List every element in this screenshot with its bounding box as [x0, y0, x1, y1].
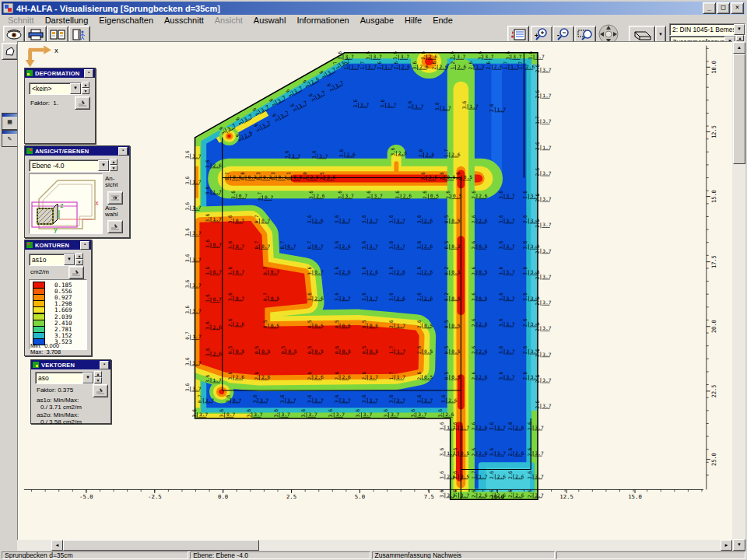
menu-item-hilfe[interactable]: Hilfe: [400, 16, 426, 25]
svg-text:2.6: 2.6: [429, 175, 438, 180]
menu-item-auswahl[interactable]: Auswahl: [249, 16, 291, 25]
menu-item-ende[interactable]: Ende: [428, 16, 458, 25]
deformation-panel-titlebar[interactable]: DEFORMATION ▪: [25, 68, 95, 78]
svg-text:2.6: 2.6: [422, 191, 427, 199]
auswahl-button[interactable]: [107, 220, 123, 233]
maximize-button[interactable]: □: [717, 2, 730, 14]
zoom-in-button[interactable]: +: [531, 26, 552, 43]
svg-text:3.7: 3.7: [360, 102, 370, 107]
svg-text:2.6: 2.6: [393, 61, 398, 70]
svg-text:1.7: 1.7: [503, 61, 508, 70]
ebene-spinner[interactable]: ▲▼: [110, 159, 117, 171]
report-book-button[interactable]: [47, 26, 68, 43]
svg-text:0.5: 0.5: [451, 348, 461, 354]
scroll-left-icon[interactable]: ◄: [51, 540, 63, 551]
minimize-button[interactable]: _: [703, 2, 716, 14]
konturen-spinner[interactable]: ▲▼: [75, 253, 83, 265]
plan-preview[interactable]: z y x: [29, 173, 103, 234]
svg-text:2.6: 2.6: [494, 64, 503, 69]
svg-text:1.7: 1.7: [397, 348, 406, 354]
panel-collapse-icon[interactable]: ▪: [84, 69, 93, 78]
panel-collapse-icon[interactable]: ▪: [118, 147, 128, 156]
svg-text:2.6: 2.6: [522, 318, 528, 327]
menu-item-ausgabe[interactable]: Ausgabe: [356, 16, 398, 25]
svg-text:2.6: 2.6: [314, 296, 324, 301]
print-button[interactable]: [25, 26, 47, 43]
perspective-button[interactable]: [629, 26, 655, 43]
ebene-combo[interactable]: Ebene -4.0 ▼: [29, 159, 110, 172]
clip-polygon-button[interactable]: [2, 43, 18, 60]
vektoren-panel-titlebar[interactable]: VEKTOREN ▪: [31, 360, 110, 369]
design-combo[interactable]: 2: DIN 1045-1 Bemessung ▼: [669, 23, 745, 36]
svg-text:2.6: 2.6: [471, 447, 476, 456]
deformation-combo[interactable]: <kein> ▼: [29, 82, 82, 95]
svg-text:3.6: 3.6: [184, 202, 190, 211]
svg-text:0.5: 0.5: [271, 323, 280, 328]
drawing-canvas[interactable]: x: [17, 41, 732, 540]
svg-text:2.6: 2.6: [471, 292, 476, 301]
arrow-transfer-icon: [110, 194, 120, 201]
svg-text:2.6: 2.6: [397, 296, 406, 301]
svg-text:10.0: 10.0: [710, 61, 717, 74]
scroll-down-icon[interactable]: ▼: [733, 539, 745, 551]
minimized-panel-schnitt[interactable]: ▦: [2, 113, 18, 130]
title-bar[interactable]: 4H-ALFA - Visualisierung [Sprungbecken d…: [2, 2, 745, 15]
konturen-edit-button[interactable]: [68, 266, 84, 279]
svg-text:3.6: 3.6: [388, 240, 394, 249]
menu-item-eigenschaften[interactable]: Eigenschaften: [94, 16, 158, 25]
panel-collapse-icon[interactable]: ▪: [100, 361, 109, 369]
konturen-combo[interactable]: as1o ▼: [29, 254, 75, 266]
svg-text:1.7: 1.7: [542, 145, 552, 150]
deformation-combo-arrow-icon[interactable]: ▼: [70, 83, 81, 94]
panel-collapse-icon[interactable]: ▪: [80, 241, 89, 250]
svg-text:0.1: 0.1: [285, 172, 290, 180]
vertical-scrollbar[interactable]: ▲ ▼: [732, 41, 745, 551]
exit-button[interactable]: [68, 26, 90, 43]
horizontal-scrollbar[interactable]: ◄ ►: [17, 540, 732, 551]
menu-item-darstellung[interactable]: Darstellung: [40, 16, 93, 25]
vektoren-combo-arrow-icon[interactable]: ▼: [82, 373, 93, 383]
vertical-scroll-thumb[interactable]: [733, 54, 745, 164]
svg-text:0.7: 0.7: [236, 218, 245, 223]
svg-text:2.6: 2.6: [527, 447, 532, 456]
vektoren-edit-button[interactable]: [93, 384, 108, 397]
konturen-combo-arrow-icon[interactable]: ▼: [64, 254, 75, 265]
vektoren-spinner[interactable]: ▲▼: [94, 371, 102, 383]
scroll-up-icon[interactable]: ▲: [733, 42, 745, 54]
polygon-icon: [5, 47, 15, 57]
svg-text:2.6: 2.6: [535, 245, 540, 254]
svg-text:0.5: 0.5: [453, 194, 462, 199]
deformation-edit-button[interactable]: [75, 96, 90, 110]
svg-text:3.6: 3.6: [184, 150, 190, 159]
zoom-window-button[interactable]: [574, 26, 596, 43]
zoom-out-button[interactable]: -: [552, 26, 574, 43]
scroll-right-icon[interactable]: ►: [721, 540, 732, 551]
ansicht-apply-button[interactable]: [107, 191, 123, 205]
as1o-minmax-label: as1o: Min/Max:: [37, 397, 79, 404]
svg-text:2.6: 2.6: [535, 348, 540, 357]
view-eye-button[interactable]: [3, 26, 25, 43]
display-options-button[interactable]: [507, 26, 529, 43]
konturen-panel-titlebar[interactable]: KONTUREN ▪: [25, 240, 91, 250]
minimized-panel-werkzeug[interactable]: ✎: [2, 130, 18, 147]
menu-item-informationen[interactable]: Informationen: [292, 16, 353, 25]
horizontal-scroll-thumb[interactable]: [63, 540, 259, 551]
design-combo-arrow-icon[interactable]: ▼: [734, 24, 745, 35]
menu-item-ausschnitt[interactable]: Ausschnitt: [160, 16, 209, 25]
ebene-combo-arrow-icon[interactable]: ▼: [98, 160, 109, 171]
ansicht-panel-titlebar[interactable]: ANSICHT/EBENEN ▪: [25, 146, 129, 156]
svg-text:+: +: [535, 32, 538, 39]
close-button[interactable]: ×: [731, 2, 744, 14]
svg-text:3.7: 3.7: [535, 425, 545, 430]
svg-text:2.6: 2.6: [402, 64, 411, 69]
svg-text:1.7: 1.7: [359, 61, 365, 70]
svg-text:2.6: 2.6: [334, 372, 339, 380]
svg-text:3.7: 3.7: [345, 194, 354, 199]
perspective-dropdown-button[interactable]: ▼: [655, 26, 666, 43]
deformation-spinner[interactable]: ▲▼: [82, 82, 89, 94]
svg-text:0.5: 0.5: [293, 175, 303, 180]
svg-text:0.7: 0.7: [265, 194, 274, 200]
svg-text:3.6: 3.6: [184, 254, 190, 262]
svg-text:3.7: 3.7: [374, 194, 384, 199]
vektoren-combo[interactable]: aso ▼: [35, 372, 94, 384]
